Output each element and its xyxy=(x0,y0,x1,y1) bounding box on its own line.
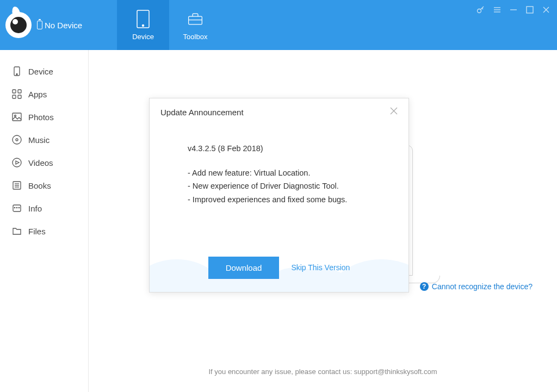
svg-point-1 xyxy=(143,24,144,26)
svg-rect-15 xyxy=(18,90,21,93)
device-tab-icon xyxy=(135,10,151,28)
svg-rect-9 xyxy=(527,7,533,13)
menu-icon[interactable] xyxy=(493,5,502,14)
modal-body: v4.3.2.5 (8 Feb 2018) - Add new feature:… xyxy=(150,126,409,207)
books-icon xyxy=(12,181,22,190)
sidebar-item-label: Music xyxy=(28,135,49,145)
sidebar-item-label: Books xyxy=(28,181,51,190)
logo-area: No Device xyxy=(0,0,117,50)
videos-icon xyxy=(12,158,22,167)
app-logo-icon xyxy=(5,12,32,38)
maximize-icon[interactable] xyxy=(525,5,534,14)
footer-text: If you encounter any issue, please conta… xyxy=(89,368,557,376)
recognize-device-link[interactable]: ? Cannot recognize the device? xyxy=(420,282,533,291)
music-icon xyxy=(12,135,22,145)
device-status: No Device xyxy=(37,21,82,30)
svg-point-20 xyxy=(13,135,21,144)
modal-close-button[interactable] xyxy=(390,107,398,117)
sidebar-item-files[interactable]: Files xyxy=(0,220,88,242)
modal-change-item: - Add new feature: Virtual Location. xyxy=(188,166,370,180)
close-icon xyxy=(390,107,398,115)
device-icon xyxy=(12,66,22,76)
photos-icon xyxy=(12,112,22,122)
sidebar-item-music[interactable]: Music xyxy=(0,128,88,151)
sidebar-item-device[interactable]: Device xyxy=(0,60,88,83)
nav-tabs: Device Toolbox xyxy=(117,0,221,50)
info-icon xyxy=(12,203,22,213)
sidebar-item-videos[interactable]: Videos xyxy=(0,151,88,174)
sidebar-item-label: Info xyxy=(28,204,42,213)
svg-point-30 xyxy=(18,207,19,208)
close-icon[interactable] xyxy=(542,5,550,14)
apps-icon xyxy=(12,89,22,99)
question-icon: ? xyxy=(420,282,429,291)
app-header: No Device Device Toolbox xyxy=(0,0,557,50)
sidebar-item-label: Apps xyxy=(28,90,47,99)
svg-rect-16 xyxy=(13,95,16,98)
tab-toolbox[interactable]: Toolbox xyxy=(169,0,221,50)
modal-footer: Download Skip This Version xyxy=(150,243,409,292)
svg-point-13 xyxy=(16,74,17,75)
svg-rect-14 xyxy=(13,90,16,93)
svg-rect-18 xyxy=(13,113,21,121)
tab-device-label: Device xyxy=(132,33,154,41)
device-status-label: No Device xyxy=(45,21,82,30)
sidebar-item-label: Photos xyxy=(28,113,54,122)
battery-icon xyxy=(37,21,42,29)
svg-point-4 xyxy=(478,9,481,13)
toolbox-tab-icon xyxy=(188,10,203,28)
sidebar-item-info[interactable]: Info xyxy=(0,197,88,220)
svg-point-21 xyxy=(16,139,18,141)
window-controls xyxy=(476,5,550,14)
key-icon[interactable] xyxy=(476,5,485,14)
svg-point-22 xyxy=(13,158,21,167)
sidebar: Device Apps Photos Music Videos Books In… xyxy=(0,50,89,392)
minimize-icon[interactable] xyxy=(509,5,518,14)
tab-device[interactable]: Device xyxy=(117,0,169,50)
modal-change-item: - Improved experiences and fixed some bu… xyxy=(188,193,370,207)
svg-rect-2 xyxy=(189,16,202,24)
skip-version-link[interactable]: Skip This Version xyxy=(291,263,350,272)
svg-point-19 xyxy=(15,115,16,117)
files-icon xyxy=(12,226,22,236)
modal-header: Update Announcement xyxy=(150,98,409,126)
download-button[interactable]: Download xyxy=(208,257,280,279)
update-modal: Update Announcement v4.3.2.5 (8 Feb 2018… xyxy=(149,98,409,293)
sidebar-item-label: Files xyxy=(28,227,46,236)
modal-title: Update Announcement xyxy=(160,108,244,117)
svg-point-28 xyxy=(14,207,15,208)
sidebar-item-photos[interactable]: Photos xyxy=(0,105,88,128)
svg-rect-17 xyxy=(18,95,21,98)
sidebar-item-books[interactable]: Books xyxy=(0,174,88,197)
sidebar-item-label: Device xyxy=(28,67,53,76)
tab-toolbox-label: Toolbox xyxy=(183,33,208,41)
sidebar-item-label: Videos xyxy=(28,158,53,167)
modal-change-item: - New experience of Driver Diagnostic To… xyxy=(188,179,370,193)
svg-point-29 xyxy=(16,207,17,208)
modal-version: v4.3.2.5 (8 Feb 2018) xyxy=(188,142,370,155)
recognize-link-label: Cannot recognize the device? xyxy=(432,282,533,291)
sidebar-item-apps[interactable]: Apps xyxy=(0,83,88,105)
